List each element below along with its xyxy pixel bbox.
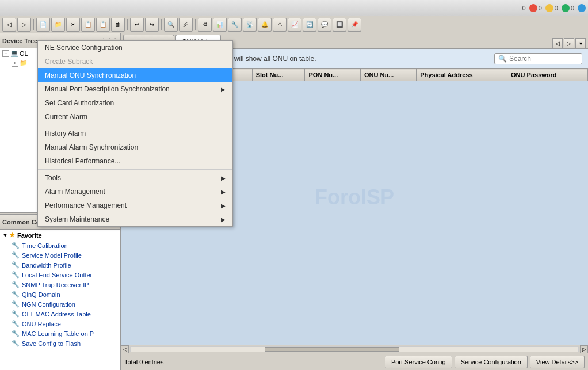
favorite-item-label-0: Time Calibration [22, 242, 68, 249]
menu-item-system-maint[interactable]: System Maintenance ▶ [38, 212, 232, 226]
favorite-item-label-10: Save Config to Flash [22, 340, 81, 347]
context-menu: NE Service Configuration Create Subrack … [37, 40, 233, 227]
wrench-icon-3: 🔧 [12, 271, 20, 279]
tree-node-label: OL [20, 50, 28, 57]
toolbar-btn-alert[interactable]: 🔔 [258, 18, 272, 32]
toolbar-btn-perf[interactable]: 📈 [288, 18, 301, 32]
menu-item-tools[interactable]: Tools ▶ [38, 171, 232, 185]
search-box[interactable]: 🔍 [494, 53, 582, 64]
col-onu-nu: ONU Nu... [360, 69, 416, 81]
menu-item-current-alarm[interactable]: Current Alarm [38, 110, 232, 124]
wrench-icon-0: 🔧 [12, 242, 20, 249]
favorite-label: Favorite [17, 232, 42, 239]
toolbar-btn-cut[interactable]: ✂ [66, 18, 80, 32]
service-configuration-label: Service Configuration [461, 358, 521, 365]
favorite-item-3[interactable]: 🔧 Local End Service Outter [0, 270, 120, 280]
favorite-item-5[interactable]: 🔧 QinQ Domain [0, 289, 120, 299]
menu-item-alarm-mgmt-label: Alarm Management [45, 188, 105, 196]
maximize-button[interactable] [562, 4, 570, 12]
favorite-item-4[interactable]: 🔧 SNMP Trap Receiver IP [0, 280, 120, 289]
tree-node-icon: 💻 [10, 49, 18, 57]
tab-nav-menu[interactable]: ▾ [575, 38, 586, 48]
tab-nav-buttons: ◁ ▷ ▾ [552, 38, 586, 48]
menu-item-manual-port[interactable]: Manual Port Description Synchronization … [38, 82, 232, 96]
toolbar-btn-copy[interactable]: 📋 [81, 18, 95, 32]
toolbar-btn-back[interactable]: ◁ [2, 18, 16, 32]
favorite-item-label-2: Bandwidth Profile [22, 262, 71, 269]
toolbar-btn-edit[interactable]: 🖊 [179, 18, 193, 32]
wrench-icon-2: 🔧 [12, 261, 20, 269]
toolbar-btn-chart[interactable]: 📊 [213, 18, 227, 32]
service-configuration-button[interactable]: Service Configuration [455, 356, 528, 368]
device-tree-label: Device Tree [2, 37, 37, 44]
toolbar-btn-tools[interactable]: 🔧 [228, 18, 242, 32]
toolbar-btn-pin[interactable]: 📌 [348, 18, 361, 32]
toolbar-btn-warning[interactable]: ⚠ [273, 18, 287, 32]
favorite-item-6[interactable]: 🔧 NGN Configuration [0, 299, 120, 309]
extra-button[interactable] [578, 4, 586, 12]
menu-item-ne-service[interactable]: NE Service Configuration [38, 41, 232, 55]
favorite-item-8[interactable]: 🔧 ONU Replace [0, 319, 120, 329]
favorite-item-0[interactable]: 🔧 Time Calibration [0, 241, 120, 250]
menu-arrow-14: ▶ [221, 216, 226, 223]
menu-arrow-3: ▶ [221, 86, 226, 93]
favorite-item-7[interactable]: 🔧 OLT MAC Address Table [0, 309, 120, 319]
view-details-button[interactable]: View Details>> [530, 356, 585, 368]
search-icon: 🔍 [498, 55, 507, 63]
toolbar-btn-find[interactable]: 🔍 [164, 18, 178, 32]
favorite-item-label-7: OLT MAC Address Table [22, 311, 91, 318]
toolbar-btn-network[interactable]: 📡 [243, 18, 257, 32]
bottom-bar: Total 0 entries Port Service Config Serv… [121, 353, 588, 370]
favorite-header[interactable]: ▼ ★ Favorite [0, 230, 120, 241]
tab-nav-next[interactable]: ▷ [564, 38, 574, 48]
minimize-button[interactable] [545, 4, 553, 12]
toolbar-btn-redo[interactable]: ↪ [145, 18, 159, 32]
menu-item-alarm-mgmt[interactable]: Alarm Management ▶ [38, 185, 232, 199]
wrench-icon-6: 🔧 [12, 300, 20, 308]
tree-expand-child1[interactable]: + [12, 60, 18, 67]
favorite-item-10[interactable]: 🔧 Save Config to Flash [0, 338, 120, 348]
toolbar-separator-3 [161, 19, 162, 30]
traffic-label-yellow: 0 [539, 5, 542, 12]
tree-expand-root[interactable]: − [2, 50, 9, 57]
common-command-body[interactable]: ▼ ★ Favorite 🔧 Time Calibration 🔧 Servic… [0, 230, 120, 370]
toolbar-btn-open[interactable]: 📁 [51, 18, 65, 32]
wrench-icon-5: 🔧 [12, 291, 20, 298]
toolbar-btn-msg[interactable]: 💬 [318, 18, 331, 32]
h-scrollbar-thumb[interactable] [265, 347, 399, 352]
menu-item-history-alarm[interactable]: History Alarm [38, 127, 232, 140]
wrench-icon-10: 🔧 [12, 340, 20, 347]
menu-item-manual-alarm[interactable]: Manual Alarm Synchronization [38, 140, 232, 154]
toolbar-btn-box[interactable]: 🔲 [333, 18, 346, 32]
menu-item-historical-perf[interactable]: Historical Performance... [38, 154, 232, 168]
toolbar-btn-new[interactable]: 📄 [36, 18, 50, 32]
search-input[interactable] [509, 55, 578, 63]
favorite-item-label-5: QinQ Domain [22, 291, 60, 298]
common-command-panel: Common Command ⋮⋮⋮ ▼ ★ Favorite 🔧 Time C… [0, 215, 120, 370]
tab-nav-prev[interactable]: ◁ [552, 38, 563, 48]
menu-item-create-subrack: Create Subrack [38, 55, 232, 68]
bottom-buttons: Port Service Config Service Configuratio… [385, 356, 585, 368]
toolbar-btn-forward[interactable]: ▷ [17, 18, 31, 32]
toolbar-btn-settings[interactable]: ⚙ [198, 18, 212, 32]
traffic-label-green: 0 [555, 5, 558, 12]
h-scrollbar-track[interactable] [130, 346, 579, 352]
menu-item-manual-onu-sync-label: Manual ONU Synchronization [45, 71, 136, 79]
menu-item-ne-service-label: NE Service Configuration [45, 44, 123, 52]
menu-item-perf-mgmt[interactable]: Performance Management ▶ [38, 199, 232, 212]
toolbar-btn-delete[interactable]: 🗑 [111, 18, 125, 32]
favorite-item-9[interactable]: 🔧 MAC Learning Table on P [0, 329, 120, 338]
menu-item-set-card[interactable]: Set Card Authorization [38, 96, 232, 110]
toolbar-btn-sync[interactable]: 🔄 [303, 18, 316, 32]
port-service-config-button[interactable]: Port Service Config [385, 356, 452, 368]
close-button[interactable] [529, 4, 537, 12]
scroll-right-arrow[interactable]: ▷ [580, 345, 588, 353]
toolbar-btn-undo[interactable]: ↩ [130, 18, 144, 32]
h-scrollbar[interactable]: ◁ ▷ [121, 345, 588, 353]
favorite-item-2[interactable]: 🔧 Bandwidth Profile [0, 260, 120, 270]
toolbar-btn-paste[interactable]: 📋 [96, 18, 110, 32]
menu-item-manual-onu-sync[interactable]: Manual ONU Synchronization [38, 68, 232, 82]
favorite-item-1[interactable]: 🔧 Service Model Profile [0, 250, 120, 260]
menu-separator-1 [38, 125, 232, 125]
scroll-left-arrow[interactable]: ◁ [121, 345, 129, 353]
